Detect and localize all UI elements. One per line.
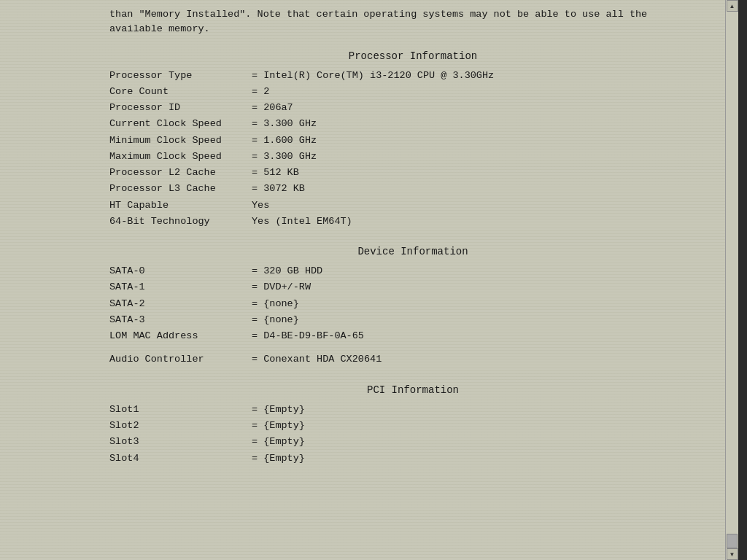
audio-label: Audio Controller <box>109 351 252 368</box>
row-value: Yes (Intel EM64T) <box>252 214 352 230</box>
row-label: Processor L3 Cache <box>109 181 252 197</box>
row-value: = {Empty} <box>252 451 305 467</box>
row-value: = DVD+/-RW <box>252 279 311 295</box>
row-value: Yes <box>252 198 269 214</box>
pci-section-title: PCI Information <box>109 384 716 396</box>
table-row: Processor L2 Cache= 512 KB <box>109 165 716 181</box>
row-label: Processor ID <box>109 100 252 116</box>
device-section-title: Device Information <box>109 246 716 257</box>
row-label: SATA-1 <box>109 279 252 295</box>
pci-info-table: Slot1= {Empty}Slot2= {Empty}Slot3= {Empt… <box>109 402 716 467</box>
row-label: SATA-0 <box>109 263 252 279</box>
row-label: HT Capable <box>109 198 252 214</box>
top-note-line1: than "Memory Installed". Note that certa… <box>109 7 716 22</box>
table-row: Slot3= {Empty} <box>109 434 716 450</box>
row-label: Core Count <box>109 84 252 100</box>
device-section: Device Information SATA-0= 320 GB HDDSAT… <box>109 246 716 368</box>
processor-section-title: Processor Information <box>109 50 716 62</box>
row-value: = 206a7 <box>252 100 293 116</box>
table-row: Slot2= {Empty} <box>109 418 716 434</box>
row-value: = D4-BE-D9-BF-0A-65 <box>252 328 364 344</box>
table-row: Processor Type= Intel(R) Core(TM) i3-212… <box>109 68 716 84</box>
table-row: SATA-0= 320 GB HDD <box>109 263 716 279</box>
top-note-line2: available memory. <box>109 22 716 36</box>
audio-value: = Conexant HDA CX20641 <box>252 351 382 368</box>
device-info-table: SATA-0= 320 GB HDDSATA-1= DVD+/-RWSATA-2… <box>109 263 716 368</box>
table-row: SATA-1= DVD+/-RW <box>109 279 716 295</box>
row-label: Slot4 <box>109 451 252 467</box>
row-label: SATA-3 <box>109 312 252 328</box>
table-row: SATA-3= {none} <box>109 312 716 328</box>
row-value: = {Empty} <box>252 418 305 434</box>
row-label: SATA-2 <box>109 296 252 312</box>
row-value: = {Empty} <box>252 434 305 450</box>
row-value: = 2 <box>252 84 269 100</box>
row-value: = 3072 KB <box>252 181 305 197</box>
table-row: Core Count= 2 <box>109 84 716 100</box>
table-row: Processor ID= 206a7 <box>109 100 716 116</box>
row-label: Slot2 <box>109 418 252 434</box>
processor-info-table: Processor Type= Intel(R) Core(TM) i3-212… <box>109 68 716 230</box>
row-label: Minimum Clock Speed <box>109 133 252 149</box>
row-value: = 3.300 GHz <box>252 116 317 132</box>
table-row: SATA-2= {none} <box>109 296 716 312</box>
row-value: = {Empty} <box>252 402 305 418</box>
row-value: = Intel(R) Core(TM) i3-2120 CPU @ 3.30GH… <box>252 68 494 84</box>
row-label: Processor Type <box>109 68 252 84</box>
table-row: Slot1= {Empty} <box>109 402 716 418</box>
row-label: 64-Bit Technology <box>109 214 252 230</box>
row-label: Maximum Clock Speed <box>109 149 252 165</box>
table-row: Current Clock Speed= 3.300 GHz <box>109 116 716 132</box>
scrollbar[interactable]: ▲ ▼ <box>725 0 738 560</box>
content-area: than "Memory Installed". Note that certa… <box>95 0 724 560</box>
table-row: HT CapableYes <box>109 198 716 214</box>
row-label: Slot1 <box>109 402 252 418</box>
processor-section: Processor Information Processor Type= In… <box>109 50 716 230</box>
row-value: = {none} <box>252 312 299 328</box>
main-screen: than "Memory Installed". Note that certa… <box>0 0 738 560</box>
scroll-down-arrow[interactable]: ▼ <box>727 548 738 560</box>
table-row: 64-Bit TechnologyYes (Intel EM64T) <box>109 214 716 230</box>
scroll-up-arrow[interactable]: ▲ <box>727 0 738 12</box>
table-row: Maximum Clock Speed= 3.300 GHz <box>109 149 716 165</box>
scrollbar-track[interactable] <box>726 12 738 548</box>
row-value: = 3.300 GHz <box>252 149 317 165</box>
row-value: = {none} <box>252 296 299 312</box>
table-row: Processor L3 Cache= 3072 KB <box>109 181 716 197</box>
row-label: Current Clock Speed <box>109 116 252 132</box>
row-value: = 320 GB HDD <box>252 263 322 279</box>
row-label: LOM MAC Address <box>109 328 252 344</box>
scrollbar-thumb[interactable] <box>727 534 738 548</box>
row-label: Processor L2 Cache <box>109 165 252 181</box>
table-row: Minimum Clock Speed= 1.600 GHz <box>109 133 716 149</box>
pci-section: PCI Information Slot1= {Empty}Slot2= {Em… <box>109 384 716 467</box>
row-value: = 1.600 GHz <box>252 133 317 149</box>
table-row: Slot4= {Empty} <box>109 451 716 467</box>
audio-controller-row: Audio Controller= Conexant HDA CX20641 <box>109 351 716 368</box>
table-row: LOM MAC Address= D4-BE-D9-BF-0A-65 <box>109 328 716 344</box>
right-panel <box>738 0 747 560</box>
row-label: Slot3 <box>109 434 252 450</box>
row-value: = 512 KB <box>252 165 299 181</box>
top-note: than "Memory Installed". Note that certa… <box>109 7 716 37</box>
